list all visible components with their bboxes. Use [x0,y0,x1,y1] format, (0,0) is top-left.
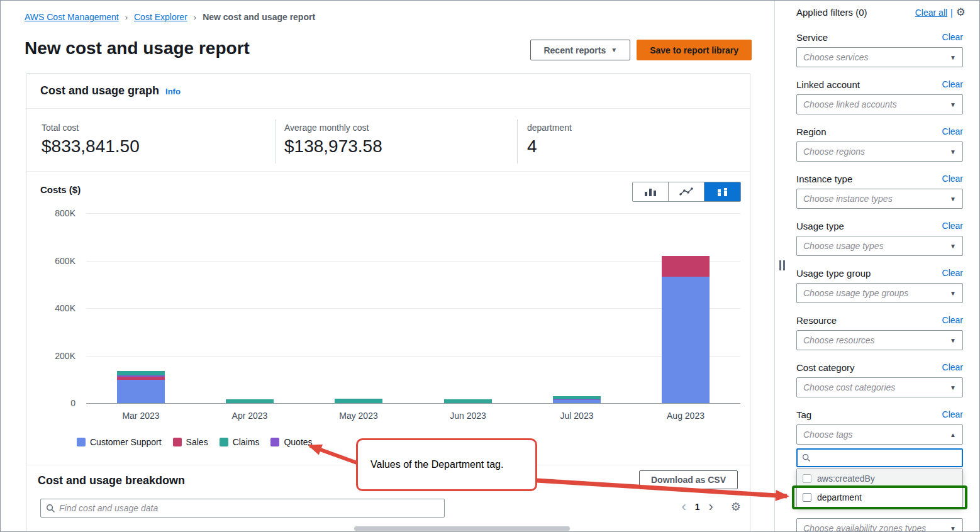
clear-filter-link[interactable]: Clear [942,221,963,231]
breadcrumb: AWS Cost Management › Cost Explorer › Ne… [25,12,315,22]
breakdown-search [40,499,445,518]
bar-segment-claims[interactable] [553,396,601,399]
clear-filter-link[interactable]: Clear [942,362,963,372]
bar-segment-claims[interactable] [335,399,382,403]
filter-label-row: RegionClear [796,125,963,138]
filter-select-cost-category[interactable]: Choose cost categories▼ [796,377,963,397]
stat-label-total-cost: Total cost [42,123,79,133]
legend-swatch-icon [77,438,86,446]
select-placeholder: Choose usage types [803,241,884,251]
bar-segment-sales[interactable] [117,377,165,380]
x-axis-tick: Jun 2023 [430,411,506,421]
clear-filter-link[interactable]: Clear [942,32,963,42]
legend-label: Claims [233,437,260,447]
select-placeholder: Choose usage type groups [803,288,908,298]
legend-label: Quotes [284,437,312,447]
filter-select-linked-account[interactable]: Choose linked accounts▼ [796,94,963,114]
breakdown-search-input[interactable] [59,503,444,513]
bar-segment-claims[interactable] [117,371,165,375]
horizontal-scrollbar[interactable] [354,526,570,531]
bar-segment-claims[interactable] [444,399,492,403]
annotation-callout: Values of the Department tag. [356,438,537,491]
divider [26,108,750,109]
filters-panel-header-actions: Clear all | ⚙ [915,7,966,18]
chevron-down-icon: ▼ [611,47,617,53]
bar-segment-customer-support[interactable] [117,379,165,403]
legend-item-quotes[interactable]: Quotes [270,437,312,447]
bar-segment-sales[interactable] [662,256,710,277]
chevron-down-icon: ▼ [950,384,956,391]
checkbox-icon[interactable] [803,474,811,483]
filter-label-row: Instance typeClear [796,172,963,185]
filter-select-usage-type[interactable]: Choose usage types▼ [796,236,963,256]
stat-label-department: department [527,123,572,133]
legend-item-sales[interactable]: Sales [173,437,208,447]
select-placeholder: Choose resources [803,335,875,345]
chevron-down-icon: ▼ [950,196,956,202]
recent-reports-button[interactable]: Recent reports ▼ [530,40,630,60]
breadcrumb-link-cost-management[interactable]: AWS Cost Management [25,12,119,22]
clear-filter-link[interactable]: Clear [942,174,963,184]
filter-label-row: ResourceClear [796,314,963,326]
tag-option-department[interactable]: department [797,488,962,507]
save-to-report-library-button[interactable]: Save to report library [637,40,752,60]
clear-all-link[interactable]: Clear all [915,8,947,18]
filter-select-region[interactable]: Choose regions▼ [796,141,963,162]
chevron-down-icon: ▼ [950,290,956,297]
clear-filter-link[interactable]: Clear [942,126,963,136]
filter-label: Service [796,32,828,43]
filter-section-linked-account: Linked accountClearChoose linked account… [796,78,963,114]
filter-section-tag: Tag Clear Choose tags ▲ [796,408,963,507]
filter-select-service[interactable]: Choose services▼ [796,47,963,67]
bar-segment-claims[interactable] [226,399,274,403]
select-placeholder: Choose regions [803,147,865,157]
bar-segment-quotes[interactable] [117,375,165,377]
filter-select-usage-type-group[interactable]: Choose usage type groups▼ [796,283,963,303]
bar-segment-customer-support[interactable] [662,277,710,403]
breadcrumb-separator: › [194,13,196,22]
y-axis-tick: 0 [26,398,75,408]
bar-segment-customer-support[interactable] [553,400,601,403]
clear-filter-link[interactable]: Clear [942,315,963,325]
filter-section-usage-type: Usage typeClearChoose usage types▼ [796,219,963,256]
panel-resize-handle[interactable] [779,260,785,270]
clear-filter-link[interactable]: Clear [942,409,963,419]
tag-option-label: department [817,492,862,502]
stat-value-total-cost: $833,841.50 [42,136,140,157]
tag-dropdown-search-input[interactable] [815,453,962,463]
info-link[interactable]: Info [165,87,181,96]
tag-option-aws-createdby[interactable]: aws:createdBy [797,469,962,488]
divider [517,119,518,163]
filter-select-instance-type[interactable]: Choose instance types▼ [796,189,963,209]
next-page-button[interactable]: › [709,500,713,514]
clear-filter-link[interactable]: Clear [942,268,963,278]
legend-item-customer-support[interactable]: Customer Support [77,437,162,447]
filters-list: ServiceClearChoose services▼Linked accou… [796,31,963,532]
current-page-number[interactable]: 1 [695,502,700,512]
filter-section-instance-type: Instance typeClearChoose instance types▼ [796,172,963,209]
breakdown-title: Cost and usage breakdown [38,474,185,487]
y-axis-tick: 800K [26,208,75,218]
filter-select-availability-zones[interactable]: Choose availability zones types ▼ [796,518,963,532]
aws-cost-explorer-page: AWS Cost Management › Cost Explorer › Ne… [0,0,980,532]
clear-filter-link[interactable]: Clear [942,79,963,89]
table-settings-gear-icon[interactable]: ⚙ [731,501,741,513]
tag-dropdown-search [796,448,963,467]
annotation-text: Values of the Department tag. [370,459,503,470]
x-axis-tick: Apr 2023 [212,411,287,421]
filter-label: Usage type [796,221,844,231]
divider [26,171,750,172]
breadcrumb-link-cost-explorer[interactable]: Cost Explorer [134,12,187,22]
legend-label: Sales [186,437,208,447]
filter-label: Tag [796,409,811,420]
legend-item-claims[interactable]: Claims [220,437,260,447]
previous-page-button[interactable]: ‹ [681,500,686,514]
filters-panel-title: Applied filters (0) [796,7,867,18]
filters-settings-gear-icon[interactable]: ⚙ [956,7,966,18]
chevron-down-icon: ▼ [950,337,956,344]
filter-select-tag[interactable]: Choose tags ▲ [796,424,963,445]
filter-section-service: ServiceClearChoose services▼ [796,31,963,67]
checkbox-icon[interactable] [803,493,811,502]
filter-select-resource[interactable]: Choose resources▼ [796,330,963,350]
download-csv-button[interactable]: Download as CSV [639,470,738,489]
